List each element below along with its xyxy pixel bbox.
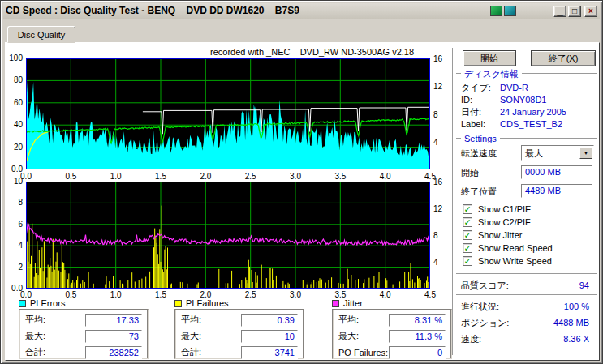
- checkbox-label: Show Jitter: [478, 230, 522, 240]
- stat-label: 平均:: [338, 314, 359, 326]
- axis-label: 40: [6, 121, 23, 129]
- axis-label: 3.5: [329, 291, 351, 299]
- checkbox-show-read-speed[interactable]: ✓Show Read Speed: [463, 242, 553, 254]
- axis-label: 2.0: [194, 173, 217, 181]
- axis-label: 100: [6, 54, 23, 62]
- checkbox-label: Show Read Speed: [478, 243, 553, 253]
- axis-label: 1.0: [105, 291, 127, 299]
- axis-label: 2.5: [239, 173, 262, 181]
- end-position-label: 終了位置: [461, 186, 497, 197]
- progress-label: 進行状況:: [461, 302, 499, 312]
- stat-label: 最大:: [338, 330, 359, 342]
- stat-row: 平均:17.33: [25, 313, 142, 327]
- check-icon[interactable]: ✓: [463, 243, 472, 253]
- disc-info-section-header: ディスク情報: [454, 69, 599, 79]
- axis-label: 16: [433, 55, 442, 63]
- maximize-icon[interactable]: □: [568, 6, 581, 17]
- stat-row: 平均:0.39: [181, 313, 298, 327]
- axis-label: 3.0: [284, 173, 307, 181]
- disc-type-row: タイプ:DVD-R: [461, 83, 596, 93]
- pi-failures-legend: PI Failures: [174, 299, 229, 308]
- close-icon[interactable]: ×: [584, 6, 597, 17]
- stat-label: 最大:: [181, 330, 201, 342]
- stat-value: 10: [241, 330, 298, 343]
- titlebar-spacer: [516, 11, 552, 11]
- stat-label: 平均:: [181, 314, 201, 326]
- axis-label: 16: [433, 178, 442, 186]
- axis-label: 4: [433, 139, 438, 147]
- disc-id-label: ID:: [461, 95, 472, 105]
- checkbox-label: Show C2/PIF: [478, 217, 531, 227]
- pi-failures-jitter-chart: [26, 182, 430, 289]
- check-icon[interactable]: ✓: [463, 256, 472, 266]
- chevron-down-icon[interactable]: ▼: [579, 147, 592, 159]
- checkbox-show-c1-pie[interactable]: ✓Show C1/PIE: [463, 203, 531, 215]
- disc-info-title: ディスク情報: [461, 69, 522, 79]
- minimize-icon[interactable]: ▁: [553, 6, 566, 17]
- axis-label: 0.5: [59, 291, 82, 299]
- disc-label-value: CDS_TEST_B2: [500, 119, 562, 130]
- disc-label-label: Label:: [461, 119, 485, 129]
- axis-label: 2: [6, 263, 23, 272]
- pi-failures-swatch-icon: [174, 300, 182, 307]
- quality-score-row: 品質スコア: 94: [461, 280, 589, 291]
- app-window: CD Speed : Disc Quality Test - BENQ DVD …: [0, 0, 603, 364]
- transfer-speed-select[interactable]: 最大 ▼: [521, 145, 594, 161]
- titlebar[interactable]: CD Speed : Disc Quality Test - BENQ DVD …: [3, 3, 600, 19]
- speed-row: 速度: 8.36 X: [461, 334, 589, 345]
- start-position-field[interactable]: 0000 MB: [521, 165, 592, 179]
- end-position-field[interactable]: 4489 MB: [521, 184, 592, 198]
- chart-region: recorded with _NEC DVD_RW ND-3500AG v2.1…: [6, 43, 454, 362]
- jitter-legend-label: Jitter: [343, 299, 363, 308]
- check-icon[interactable]: ✓: [463, 230, 472, 240]
- stat-value: 0: [389, 346, 446, 359]
- pi-errors-chart: [26, 58, 430, 169]
- stat-value: 8.31 %: [389, 314, 446, 327]
- progress-row: 進行状況: 100 %: [461, 302, 589, 312]
- axis-label: 4.0: [374, 173, 397, 181]
- axis-label: 2.5: [239, 291, 262, 299]
- axis-label: 8: [6, 199, 23, 207]
- check-icon[interactable]: ✓: [463, 217, 472, 227]
- exit-button[interactable]: 終了(X): [531, 50, 596, 66]
- tab-page: recorded with _NEC DVD_RW ND-3500AG v2.1…: [5, 42, 600, 361]
- position-row: ポジション: 4488 MB: [461, 318, 589, 328]
- checkbox-show-jitter[interactable]: ✓Show Jitter: [463, 229, 522, 241]
- stat-row: PO Failures:0: [338, 345, 446, 359]
- axis-label: 8: [433, 111, 438, 119]
- start-button[interactable]: 開始: [463, 50, 516, 66]
- stat-row: 最大:11.3 %: [338, 329, 446, 343]
- axis-label: 1.5: [149, 291, 172, 299]
- axis-label: 10: [6, 178, 23, 186]
- axis-label: 20: [6, 143, 23, 152]
- stat-row: 平均:8.31 %: [338, 313, 446, 327]
- stat-row: 合計:3741: [181, 345, 298, 359]
- checkbox-show-write-speed[interactable]: ✓Show Write Speed: [463, 255, 552, 267]
- axis-label: 3.5: [329, 173, 351, 181]
- check-icon[interactable]: ✓: [463, 204, 472, 214]
- stat-value: 73: [85, 330, 142, 343]
- disc-date-label: 日付:: [461, 107, 481, 117]
- stat-label: PO Failures:: [338, 348, 388, 358]
- axis-label: 60: [6, 99, 23, 107]
- checkbox-show-c2-pif[interactable]: ✓Show C2/PIF: [463, 216, 531, 228]
- pi-errors-legend: PI Errors: [19, 299, 65, 308]
- axis-label: 3.0: [284, 291, 307, 299]
- disc-type-label: タイプ:: [461, 83, 491, 92]
- axis-label: 1.5: [149, 173, 172, 181]
- titlebar-disc-icon[interactable]: [504, 6, 516, 16]
- settings-section-header: Settings: [454, 134, 599, 144]
- axis-label: 0.5: [59, 173, 82, 181]
- stat-value: 238252: [85, 346, 142, 359]
- position-value: 4488 MB: [553, 318, 589, 328]
- pi-errors-swatch-icon: [19, 300, 26, 307]
- divider: [456, 294, 597, 296]
- tab-disc-quality[interactable]: Disc Quality: [7, 26, 75, 43]
- transfer-speed-label: 転送速度: [461, 148, 497, 159]
- window-title: CD Speed : Disc Quality Test - BENQ DVD …: [6, 3, 489, 19]
- progress-value: 100 %: [564, 302, 589, 312]
- stat-value: 17.33: [85, 314, 142, 327]
- stat-row: 最大:10: [181, 329, 298, 343]
- settings-title: Settings: [461, 134, 500, 144]
- titlebar-app-icon[interactable]: [490, 6, 502, 16]
